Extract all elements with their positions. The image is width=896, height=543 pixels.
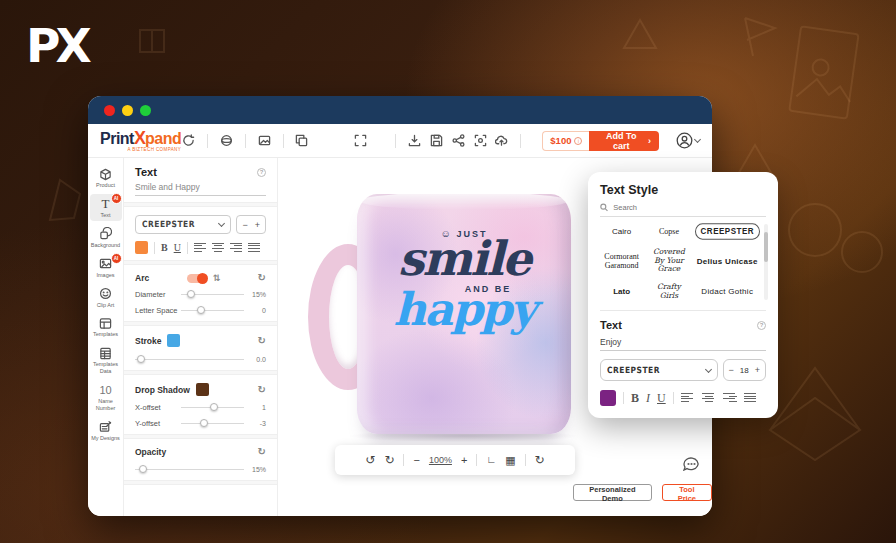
save-icon[interactable] [429, 133, 444, 148]
align-left-icon[interactable] [681, 393, 695, 404]
font-search[interactable] [600, 199, 766, 217]
designs-icon [99, 420, 112, 434]
font-option-didact-gothic[interactable]: Didact Gothic [695, 283, 760, 300]
3d-view-icon[interactable] [219, 133, 234, 148]
text-value-input[interactable] [135, 178, 266, 196]
sidebar-item-images[interactable]: Images AI [90, 254, 122, 281]
align-right-icon[interactable] [723, 393, 737, 404]
sidebar-item-clip-art[interactable]: Clip Art [90, 284, 122, 311]
text-color-swatch[interactable] [135, 241, 148, 254]
mug-product-image[interactable]: ☺JUST smile AND BE happy [357, 194, 571, 434]
bold-button[interactable]: B [631, 391, 639, 406]
underline-button[interactable]: U [174, 242, 181, 253]
download-icon[interactable] [407, 133, 422, 148]
price-info-icon[interactable]: i [574, 137, 582, 145]
fullscreen-icon[interactable] [353, 133, 368, 148]
snapshot-icon[interactable] [257, 133, 272, 148]
font-grid-scrollbar[interactable] [764, 224, 768, 300]
style-size-stepper[interactable]: − 18 + [723, 359, 766, 381]
font-option-copse[interactable]: Copse [647, 224, 690, 239]
opacity-reset-icon[interactable]: ↻ [258, 447, 266, 457]
share-icon[interactable] [451, 133, 466, 148]
style-text-color-swatch[interactable] [600, 390, 616, 406]
stroke-color-swatch[interactable] [167, 334, 180, 347]
font-option-creepster[interactable]: CREEPSTER [695, 223, 760, 240]
stroke-label: Stroke [135, 336, 161, 346]
sidebar-item-name-number[interactable]: 10 Name Number [90, 380, 122, 414]
sidebar-item-background[interactable]: Background [90, 224, 122, 251]
arc-direction-icon[interactable]: ⇅ [213, 273, 221, 283]
font-option-crafty-girls[interactable]: Crafty Girls [647, 283, 690, 300]
font-option-cairo[interactable]: Cairo [600, 224, 643, 239]
italic-button[interactable]: I [646, 391, 650, 406]
window-titlebar [88, 96, 712, 124]
style-text-input[interactable] [600, 333, 766, 351]
font-option-cormorant-garamond[interactable]: Cormorant Garamond [600, 248, 643, 274]
reset-view-icon[interactable]: ↻ [535, 454, 545, 466]
sidebar-item-templates-data[interactable]: Templates Data [90, 343, 122, 377]
brand-tagline: A BIZTECH COMPANY [100, 148, 181, 153]
preview-icon[interactable] [473, 133, 488, 148]
align-center-icon[interactable] [702, 393, 716, 404]
help-icon[interactable]: ? [257, 168, 266, 177]
font-family-dropdown[interactable]: CREEPSTER [135, 215, 231, 234]
arc-reset-icon[interactable]: ↻ [258, 273, 266, 283]
letter-space-slider[interactable] [181, 305, 244, 315]
account-menu[interactable] [676, 132, 700, 149]
drop-shadow-reset-icon[interactable]: ↻ [258, 385, 266, 395]
font-option-covered-by-your-grace[interactable]: Covered By Your Grace [647, 248, 690, 274]
font-size-stepper[interactable]: − + [236, 215, 266, 234]
close-window-button[interactable] [104, 105, 115, 116]
zoom-out-button[interactable]: − [413, 455, 419, 466]
brand-print: Print [100, 130, 134, 147]
opacity-label: Opacity [135, 447, 166, 457]
decrease-button[interactable]: − [242, 220, 247, 230]
sidebar-item-templates[interactable]: Templates [90, 313, 122, 340]
undo-icon[interactable]: ↺ [365, 454, 375, 466]
help-icon[interactable]: ? [757, 321, 766, 330]
style-font-dropdown[interactable]: CREEPSTER [600, 359, 718, 381]
increase-button[interactable]: + [255, 220, 260, 230]
chat-support-icon[interactable] [682, 456, 701, 477]
opacity-slider[interactable] [135, 464, 244, 474]
add-to-cart-button[interactable]: Add To cart› [589, 131, 659, 151]
increase-button[interactable]: + [755, 365, 760, 375]
sidebar-item-my-designs[interactable]: My Designs [90, 417, 122, 444]
font-search-input[interactable] [613, 203, 766, 212]
maximize-window-button[interactable] [140, 105, 151, 116]
sidebar-item-product[interactable]: Product [90, 164, 122, 191]
mug-design-text[interactable]: ☺JUST smile AND BE happy [357, 228, 571, 330]
duplicate-icon[interactable] [294, 133, 309, 148]
rotate-icon[interactable] [181, 133, 196, 148]
font-option-lato[interactable]: Lato [600, 283, 643, 300]
redo-icon[interactable]: ↻ [384, 454, 394, 466]
zoom-level[interactable]: 100% [429, 455, 452, 465]
align-right-icon[interactable] [230, 243, 242, 253]
price-pill[interactable]: $100i [542, 131, 589, 151]
underline-button[interactable]: U [657, 391, 666, 406]
ruler-icon[interactable]: ∟ [486, 455, 496, 465]
align-justify-icon[interactable] [248, 243, 260, 253]
zoom-in-button[interactable]: + [461, 455, 467, 466]
align-left-icon[interactable] [194, 243, 206, 253]
grid-icon[interactable]: ▦ [505, 455, 515, 466]
align-justify-icon[interactable] [744, 393, 758, 404]
ai-badge: AI [111, 193, 122, 204]
minimize-window-button[interactable] [122, 105, 133, 116]
opacity-value: 15% [244, 466, 266, 473]
stroke-slider[interactable] [135, 354, 244, 364]
tool-price-button[interactable]: Tool Price [662, 484, 712, 501]
personalized-demo-button[interactable]: Personalized Demo [573, 484, 652, 501]
sidebar-item-text[interactable]: T Text AI [90, 194, 122, 221]
bold-button[interactable]: B [161, 242, 168, 253]
stroke-reset-icon[interactable]: ↻ [258, 336, 266, 346]
decrease-button[interactable]: − [729, 365, 734, 375]
align-center-icon[interactable] [212, 243, 224, 253]
font-option-delius-unicase[interactable]: Delius Unicase [695, 248, 760, 274]
arc-toggle[interactable] [187, 274, 207, 283]
diameter-slider[interactable] [181, 289, 244, 299]
drop-shadow-color-swatch[interactable] [196, 383, 209, 396]
cloud-upload-icon[interactable] [495, 133, 510, 148]
y-offset-slider[interactable] [181, 418, 244, 428]
x-offset-slider[interactable] [181, 402, 244, 412]
